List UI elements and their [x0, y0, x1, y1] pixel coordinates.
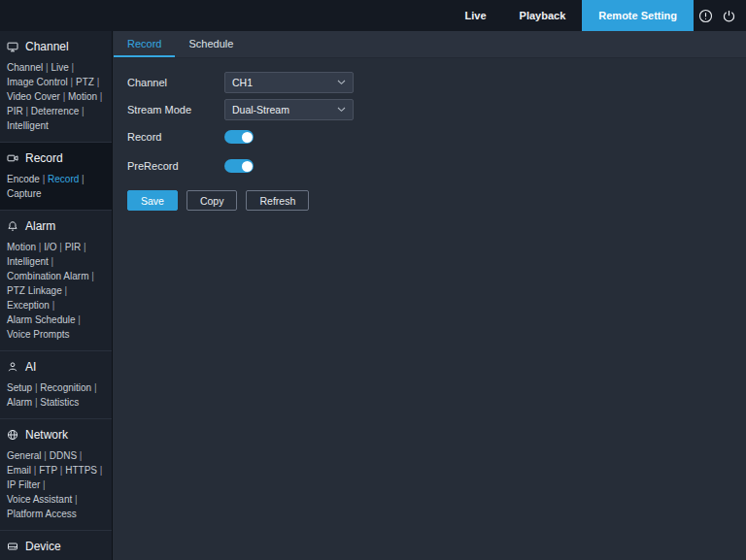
sidebar-item-channel[interactable]: Channel	[0, 31, 112, 60]
section-title: Device	[25, 540, 61, 553]
save-button[interactable]: Save	[127, 190, 178, 211]
sidebar-item-ai[interactable]: AI	[0, 351, 112, 380]
stream-mode-select-value: Dual-Stream	[232, 104, 289, 115]
stream-mode-select[interactable]: Dual-Stream	[224, 99, 354, 120]
sidebar-section-channel: Channel ChannelLiveImage ControlPTZVideo…	[0, 31, 112, 142]
network-icon	[7, 429, 18, 441]
alert-circle-icon[interactable]	[694, 0, 717, 31]
channel-icon	[7, 41, 18, 52]
copy-button[interactable]: Copy	[186, 190, 238, 211]
chevron-down-icon	[337, 80, 346, 85]
sidebar-link-record-record[interactable]: Record	[48, 174, 85, 184]
tab-schedule[interactable]: Schedule	[175, 31, 247, 57]
stream-mode-row: Stream Mode Dual-Stream	[127, 99, 746, 120]
sidebar-link-channel-intelligent[interactable]: Intelligent	[7, 120, 49, 131]
prerecord-toggle[interactable]	[224, 159, 254, 173]
sidebar-link-ai-recognition[interactable]: Recognition	[40, 382, 96, 393]
power-icon[interactable]	[717, 0, 740, 31]
section-links: GeneralDDNSEmailFTPHTTPSIP FilterVoice A…	[0, 448, 112, 530]
nav-remote-setting[interactable]: Remote Setting	[582, 0, 694, 31]
sidebar-link-alarm-pir[interactable]: PIR	[65, 242, 86, 252]
section-links: SetupRecognitionAlarmStatistics	[0, 380, 112, 418]
ai-icon	[7, 361, 18, 373]
sidebar-section-ai: AI SetupRecognitionAlarmStatistics	[0, 350, 112, 418]
topbar: Live Playback Remote Setting	[0, 0, 746, 31]
sidebar-link-network-email[interactable]: Email	[7, 465, 39, 476]
sidebar-link-network-https[interactable]: HTTPS	[65, 465, 102, 476]
sidebar-link-ai-alarm[interactable]: Alarm	[7, 397, 40, 408]
record-row: Record	[127, 130, 746, 144]
channel-label: Channel	[127, 77, 224, 88]
sidebar-link-record-encode[interactable]: Encode	[7, 174, 48, 184]
sidebar-link-alarm-alarm-schedule[interactable]: Alarm Schedule	[7, 314, 81, 325]
prerecord-row: PreRecord	[127, 159, 746, 173]
sidebar-link-channel-channel[interactable]: Channel	[7, 62, 51, 73]
nav-playback[interactable]: Playback	[503, 0, 583, 31]
sidebar-link-channel-live[interactable]: Live	[51, 62, 74, 73]
sidebar-link-channel-ptz[interactable]: PTZ	[76, 77, 99, 87]
sidebar-link-alarm-voice-prompts[interactable]: Voice Prompts	[7, 329, 69, 340]
section-title: Channel	[25, 40, 69, 53]
sidebar-section-record: Record EncodeRecordCapture	[0, 142, 112, 210]
sidebar-link-ai-setup[interactable]: Setup	[7, 382, 40, 393]
sidebar-link-channel-image-control[interactable]: Image Control	[7, 77, 76, 87]
sidebar-link-network-platform-access[interactable]: Platform Access	[7, 509, 77, 519]
button-row: Save Copy Refresh	[127, 190, 746, 211]
sidebar-link-channel-motion[interactable]: Motion	[68, 91, 102, 102]
channel-select[interactable]: CH1	[224, 72, 354, 93]
sidebar-section-alarm: Alarm MotionI/OPIRIntelligentCombination…	[0, 210, 112, 350]
sidebar-link-network-ftp[interactable]: FTP	[39, 465, 65, 476]
sidebar-item-network[interactable]: Network	[0, 419, 112, 448]
section-links: ChannelLiveImage ControlPTZVideo CoverMo…	[0, 60, 112, 142]
alarm-icon	[7, 220, 18, 232]
section-title: AI	[25, 360, 36, 374]
record-settings-form: Channel CH1 Stream Mode Dual-Stream Reco…	[114, 58, 746, 211]
prerecord-label: PreRecord	[127, 160, 224, 172]
section-title: Record	[25, 151, 63, 165]
chevron-down-icon	[337, 107, 346, 113]
sidebar-link-alarm-combination-alarm[interactable]: Combination Alarm	[7, 271, 94, 281]
device-icon	[7, 541, 18, 552]
sidebar-link-alarm-exception[interactable]: Exception	[7, 300, 54, 311]
sidebar-link-record-capture[interactable]: Capture	[7, 188, 42, 199]
main-content: Record Schedule Channel CH1 Stream Mode …	[114, 31, 746, 560]
section-title: Network	[25, 428, 68, 442]
sidebar-link-channel-deterrence[interactable]: Deterrence	[31, 106, 85, 116]
toggle-knob	[242, 132, 253, 143]
section-title: Alarm	[25, 219, 55, 233]
sidebar-link-network-general[interactable]: General	[7, 450, 50, 461]
tab-record[interactable]: Record	[114, 31, 175, 57]
section-links: EncodeRecordCapture	[0, 172, 112, 210]
sidebar-item-record[interactable]: Record	[0, 143, 112, 172]
tabbar: Record Schedule	[114, 31, 746, 58]
nav-live[interactable]: Live	[449, 0, 503, 31]
sidebar-section-network: Network GeneralDDNSEmailFTPHTTPSIP Filte…	[0, 418, 112, 530]
sidebar-link-ai-statistics[interactable]: Statistics	[40, 397, 79, 408]
sidebar-link-alarm-intelligent[interactable]: Intelligent	[7, 256, 53, 267]
stream-mode-label: Stream Mode	[127, 104, 224, 115]
sidebar-item-device[interactable]: Device	[0, 531, 112, 560]
record-label: Record	[127, 131, 224, 143]
toggle-knob	[242, 161, 253, 172]
sidebar-section-device: Device DiskCloud	[0, 530, 112, 560]
channel-select-value: CH1	[232, 77, 253, 88]
sidebar-link-alarm-io[interactable]: I/O	[44, 242, 65, 252]
record-icon	[7, 152, 18, 164]
sidebar-link-alarm-ptz-linkage[interactable]: PTZ Linkage	[7, 285, 67, 296]
sidebar-link-channel-pir[interactable]: PIR	[7, 106, 31, 116]
sidebar-link-network-ddns[interactable]: DDNS	[50, 450, 83, 461]
sidebar: Channel ChannelLiveImage ControlPTZVideo…	[0, 31, 113, 560]
refresh-button[interactable]: Refresh	[246, 190, 309, 211]
record-toggle[interactable]	[224, 130, 254, 144]
sidebar-link-network-voice-assistant[interactable]: Voice Assistant	[7, 494, 78, 505]
section-links: MotionI/OPIRIntelligentCombination Alarm…	[0, 240, 112, 350]
channel-row: Channel CH1	[127, 72, 746, 93]
sidebar-link-channel-video-cover[interactable]: Video Cover	[7, 91, 68, 102]
sidebar-item-alarm[interactable]: Alarm	[0, 211, 112, 240]
sidebar-link-network-ip-filter[interactable]: IP Filter	[7, 479, 46, 490]
sidebar-link-alarm-motion[interactable]: Motion	[7, 242, 44, 252]
